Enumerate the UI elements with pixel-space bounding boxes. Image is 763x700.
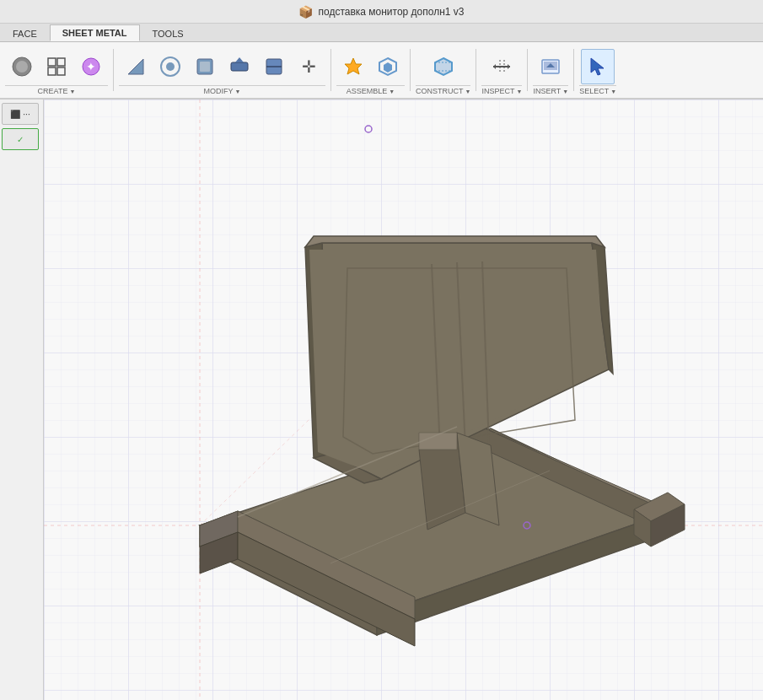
svg-text:✛: ✛	[302, 57, 316, 76]
left-panel-btn1-icon: ⬛	[10, 110, 20, 119]
select-btn1[interactable]	[581, 49, 615, 84]
left-panel: ⬛ ··· ✓	[0, 100, 44, 700]
modify-btn4[interactable]	[223, 49, 256, 84]
inspect-group-label[interactable]: INSPECT ▼	[481, 85, 522, 95]
main-toolbar: ✦ CREATE ▼	[0, 42, 763, 100]
svg-marker-26	[493, 64, 496, 69]
sep3	[410, 49, 411, 91]
inspect-arrow: ▼	[516, 89, 522, 94]
sep4	[476, 49, 476, 91]
select-arrow: ▼	[610, 89, 616, 94]
svg-point-67	[365, 126, 372, 132]
construct-btn1[interactable]	[427, 49, 460, 84]
left-panel-btn1-label: ···	[23, 110, 30, 119]
create-grid-btn[interactable]	[40, 49, 73, 84]
modify-btn1[interactable]	[119, 49, 153, 84]
create-sparkle-btn[interactable]: ✦	[74, 49, 108, 84]
tab-sheet-metal[interactable]: SHEET METAL	[50, 24, 140, 41]
modify-move-btn[interactable]: ✛	[292, 49, 325, 84]
inspect-btn1[interactable]	[485, 49, 519, 84]
sep2	[330, 49, 331, 91]
3d-model	[44, 100, 763, 700]
toolbar-tabs: FACE SHEET METAL TOOLS	[0, 24, 763, 42]
toolbar-group-modify: ✛ MODIFY ▼	[119, 45, 325, 95]
create-label-text: CREATE	[38, 87, 68, 95]
select-label-text: SELECT	[579, 87, 609, 95]
svg-rect-4	[48, 67, 56, 75]
assemble-btn1[interactable]	[336, 49, 370, 84]
svg-text:✦: ✦	[86, 60, 96, 73]
assemble-label-text: ASSEMBLE	[347, 87, 388, 95]
toolbar-group-insert: INSERT ▼	[533, 45, 568, 95]
assemble-btn2[interactable]	[371, 49, 405, 84]
toolbar-group-create: ✦ CREATE ▼	[5, 45, 108, 95]
svg-rect-3	[57, 58, 65, 66]
svg-rect-2	[48, 58, 56, 66]
insert-btn1[interactable]	[534, 49, 567, 84]
modify-arrow: ▼	[235, 89, 241, 94]
sep6	[573, 49, 574, 91]
create-group-label[interactable]: CREATE ▼	[5, 85, 108, 95]
svg-marker-20	[384, 62, 392, 73]
svg-marker-18	[345, 58, 362, 74]
title-bar: 📦 подставка монитор дополн1 v3	[0, 0, 763, 24]
svg-marker-32	[591, 58, 604, 75]
modify-btn5[interactable]	[257, 49, 291, 84]
svg-rect-5	[57, 67, 65, 75]
title-text: подставка монитор дополн1 v3	[318, 6, 464, 18]
svg-marker-25	[508, 64, 510, 69]
svg-marker-21	[435, 58, 452, 75]
insert-arrow: ▼	[562, 89, 568, 94]
svg-rect-13	[231, 62, 248, 71]
construct-label-text: CONSTRUCT	[416, 87, 464, 95]
tab-face[interactable]: FACE	[0, 24, 50, 41]
toolbar-group-inspect: INSPECT ▼	[481, 45, 522, 95]
assemble-group-label[interactable]: ASSEMBLE ▼	[336, 85, 405, 95]
toolbar-group-select: SELECT ▼	[579, 45, 616, 95]
viewport	[44, 100, 763, 700]
inspect-label-text: INSPECT	[481, 87, 514, 95]
construct-arrow: ▼	[465, 89, 471, 94]
left-panel-btn1[interactable]: ⬛ ···	[2, 103, 39, 125]
svg-marker-8	[128, 59, 143, 74]
toolbar-group-assemble: ASSEMBLE ▼	[336, 45, 405, 95]
title-icon: 📦	[298, 5, 313, 19]
assemble-arrow: ▼	[389, 89, 395, 94]
create-arrow: ▼	[69, 89, 75, 94]
select-group-label[interactable]: SELECT ▼	[579, 85, 616, 95]
sep5	[527, 49, 528, 91]
modify-btn3[interactable]	[188, 49, 222, 84]
create-circle-btn[interactable]	[5, 49, 39, 84]
construct-group-label[interactable]: CONSTRUCT ▼	[416, 85, 470, 95]
modify-btn2[interactable]	[153, 49, 187, 84]
modify-label-text: MODIFY	[204, 87, 234, 95]
left-panel-btn2[interactable]: ✓	[2, 128, 39, 150]
insert-label-text: INSERT	[533, 87, 561, 95]
modify-group-label[interactable]: MODIFY ▼	[119, 85, 325, 95]
toolbar-group-construct: CONSTRUCT ▼	[416, 45, 470, 95]
left-panel-btn2-icon: ✓	[17, 135, 24, 144]
svg-marker-14	[235, 57, 244, 62]
svg-point-1	[16, 61, 28, 73]
svg-rect-12	[200, 62, 210, 72]
sep1	[113, 49, 114, 91]
svg-point-10	[166, 62, 175, 71]
insert-group-label[interactable]: INSERT ▼	[533, 85, 568, 95]
tab-tools[interactable]: TOOLS	[140, 24, 196, 41]
